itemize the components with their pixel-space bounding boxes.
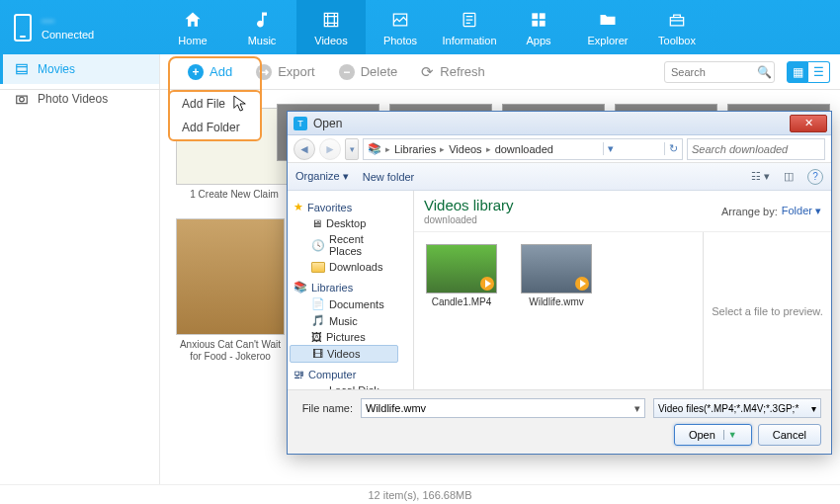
refresh-icon: ⟳ xyxy=(421,63,434,81)
nav-music[interactable]: Music xyxy=(227,0,296,54)
search-box[interactable]: 🔍 xyxy=(664,61,775,83)
top-nav: — Connected Home Music Videos Photos Inf… xyxy=(0,0,840,54)
organize-button[interactable]: Organize ▾ xyxy=(295,170,349,183)
nav-explorer[interactable]: Explorer xyxy=(573,0,642,54)
star-icon: ★ xyxy=(294,201,303,213)
recent-icon: 🕓 xyxy=(311,239,325,252)
info-icon xyxy=(459,9,480,31)
delete-icon: − xyxy=(339,64,355,80)
tree-videos[interactable]: 🎞Videos xyxy=(290,345,398,363)
tree-disk-c[interactable]: 💽Local Disk (C:) xyxy=(290,382,398,389)
new-folder-button[interactable]: New folder xyxy=(363,171,415,183)
view-options-button[interactable]: ☷ ▾ xyxy=(751,170,770,183)
cursor-icon xyxy=(233,95,247,116)
computer-icon: 🖳 xyxy=(294,369,304,380)
view-toggle: ▦ ☰ xyxy=(787,61,830,83)
dialog-search[interactable] xyxy=(687,138,825,160)
device-panel[interactable]: — Connected xyxy=(0,0,158,54)
search-icon[interactable]: 🔍 xyxy=(754,65,774,79)
help-button[interactable]: ? xyxy=(807,169,823,185)
tree-desktop[interactable]: 🖥Desktop xyxy=(290,215,398,231)
tree-computer[interactable]: 🖳Computer xyxy=(290,367,398,382)
add-folder-menuitem[interactable]: Add Folder xyxy=(170,116,260,139)
dialog-app-icon: T xyxy=(294,117,307,130)
filetype-combo[interactable]: Video files(*.MP4;*.M4V;*.3GP;*▾ xyxy=(653,398,821,418)
nav-photos[interactable]: Photos xyxy=(366,0,435,54)
svg-rect-4 xyxy=(540,20,546,26)
device-status: Connected xyxy=(42,29,94,42)
status-bar: 12 item(s), 166.68MB xyxy=(0,484,840,504)
file-wildlife[interactable]: Wildlife.wmv xyxy=(521,244,592,378)
nav-forward-button[interactable]: ► xyxy=(319,138,341,160)
list-view-button[interactable]: ☰ xyxy=(808,61,830,83)
nav-history-button[interactable]: ▾ xyxy=(345,138,359,160)
documents-icon: 📄 xyxy=(311,297,325,310)
cancel-button[interactable]: Cancel xyxy=(758,424,821,446)
nav-home[interactable]: Home xyxy=(158,0,227,54)
desktop-icon: 🖥 xyxy=(311,217,322,229)
nav-information[interactable]: Information xyxy=(435,0,504,54)
file-thumb xyxy=(426,244,497,294)
breadcrumb[interactable]: 📚▸ Libraries▸ Videos▸ downloaded ▾ ↻ xyxy=(363,138,683,160)
library-title: Videos library xyxy=(424,197,514,213)
preview-pane-button[interactable]: ◫ xyxy=(784,170,794,183)
device-name: — xyxy=(42,13,94,29)
plus-icon: + xyxy=(188,64,204,80)
tree-favorites[interactable]: ★Favorites xyxy=(290,199,398,215)
music-lib-icon: 🎵 xyxy=(311,314,325,327)
apps-icon xyxy=(528,9,549,31)
dialog-close-button[interactable]: ✕ xyxy=(790,115,827,132)
chevron-down-icon[interactable]: ▾ xyxy=(811,403,816,414)
address-refresh-button[interactable]: ↻ xyxy=(664,142,682,155)
filename-combo[interactable]: Wildlife.wmv▾ xyxy=(361,398,645,418)
toolbar: +Add ↪Export −Delete ⟳Refresh 🔍 ▦ ☰ xyxy=(0,54,840,90)
search-input[interactable] xyxy=(665,66,754,78)
preview-pane: Select a file to preview. xyxy=(703,232,831,389)
video-card-cat[interactable]: Anxious Cat Can't Wait for Food - Jokero… xyxy=(176,218,285,363)
videos-lib-icon: 🎞 xyxy=(312,348,323,360)
file-candle[interactable]: Candle1.MP4 xyxy=(426,244,497,378)
add-dropdown: Add File Add Folder xyxy=(168,90,262,141)
nav-back-button[interactable]: ◄ xyxy=(294,138,315,160)
open-dialog: T Open ✕ ◄ ► ▾ 📚▸ Libraries▸ Videos▸ dow… xyxy=(287,111,832,455)
svg-rect-1 xyxy=(532,13,538,19)
open-button[interactable]: Open▼ xyxy=(674,424,752,446)
video-thumb xyxy=(176,218,285,335)
sidebar: Movies Photo Videos xyxy=(0,54,160,484)
dialog-footer: File name: Wildlife.wmv▾ Video files(*.M… xyxy=(288,389,831,454)
svg-rect-3 xyxy=(532,20,538,26)
tree-pictures[interactable]: 🖼Pictures xyxy=(290,329,398,345)
breadcrumb-dropdown[interactable]: ▾ xyxy=(603,142,618,155)
grid-view-button[interactable]: ▦ xyxy=(787,61,808,83)
tree-music[interactable]: 🎵Music xyxy=(290,312,398,329)
nav-videos[interactable]: Videos xyxy=(296,0,366,54)
refresh-button[interactable]: ⟳Refresh xyxy=(411,59,495,85)
breadcrumb-libraries[interactable]: Libraries xyxy=(390,143,440,155)
nav-toolbox[interactable]: Toolbox xyxy=(642,0,712,54)
breadcrumb-videos[interactable]: Videos xyxy=(445,143,485,155)
export-icon: ↪ xyxy=(256,64,272,80)
breadcrumb-root-icon[interactable]: 📚 xyxy=(364,142,385,155)
delete-button[interactable]: −Delete xyxy=(329,60,408,84)
add-button[interactable]: +Add xyxy=(178,60,242,84)
explorer-icon xyxy=(597,9,619,31)
tree-libraries[interactable]: 📚Libraries xyxy=(290,279,398,295)
breadcrumb-downloaded[interactable]: downloaded xyxy=(491,143,557,155)
dialog-search-input[interactable] xyxy=(692,143,820,155)
file-grid: Candle1.MP4 Wildlife.wmv xyxy=(414,232,703,389)
toolbox-icon xyxy=(666,9,688,31)
phone-icon xyxy=(14,14,32,42)
dialog-tree: ★Favorites 🖥Desktop 🕓Recent Places Downl… xyxy=(288,191,414,389)
tree-documents[interactable]: 📄Documents xyxy=(290,295,398,312)
export-button[interactable]: ↪Export xyxy=(246,60,325,84)
pictures-icon: 🖼 xyxy=(311,331,322,343)
open-split-icon[interactable]: ▼ xyxy=(723,430,737,440)
svg-rect-2 xyxy=(540,13,546,19)
nav-apps[interactable]: Apps xyxy=(504,0,573,54)
dialog-titlebar[interactable]: T Open ✕ xyxy=(288,112,831,135)
arrange-dropdown[interactable]: Folder ▾ xyxy=(782,205,821,217)
filename-label: File name: xyxy=(297,402,353,414)
tree-recent[interactable]: 🕓Recent Places xyxy=(290,231,398,259)
chevron-down-icon[interactable]: ▾ xyxy=(634,402,640,415)
tree-downloads[interactable]: Downloads xyxy=(290,259,398,275)
